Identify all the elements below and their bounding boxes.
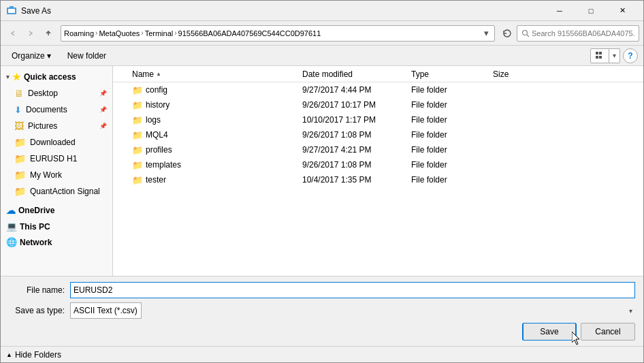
close-button[interactable]: ✕: [607, 1, 638, 21]
col-header-date[interactable]: Date modified: [300, 66, 408, 82]
filename-input[interactable]: [70, 282, 635, 298]
folder-icon: 📁: [132, 175, 143, 185]
quantaction-label: QuantAction Signal: [30, 187, 100, 196]
sidebar-item-mywork[interactable]: 📁 My Work: [1, 167, 112, 183]
file-date-cell: 10/4/2017 1:35 PM: [300, 175, 408, 185]
folder-icon: 📁: [132, 160, 143, 170]
hide-folders-arrow-icon: ▲: [6, 351, 12, 358]
refresh-button[interactable]: [499, 25, 515, 42]
breadcrumb-metaquotes[interactable]: MetaQuotes: [99, 29, 140, 37]
view-button[interactable]: [590, 48, 609, 63]
col-header-type[interactable]: Type: [408, 66, 490, 82]
saveas-row: Save as type: ASCII Text (*.csv) ▾: [9, 302, 635, 319]
documents-label: Documents: [26, 105, 67, 114]
help-button[interactable]: ?: [623, 48, 638, 63]
file-date-cell: 9/27/2017 4:21 PM: [300, 145, 408, 155]
table-row[interactable]: 📁 templates 9/26/2017 1:08 PM File folde…: [113, 157, 643, 172]
minimize-button[interactable]: ─: [544, 1, 575, 21]
sidebar-item-desktop[interactable]: 🖥 Desktop 📌: [1, 85, 112, 101]
cancel-button[interactable]: Cancel: [581, 323, 635, 341]
breadcrumb-terminal[interactable]: Terminal: [145, 29, 174, 37]
file-name-text: logs: [146, 115, 161, 125]
col-header-size[interactable]: Size: [490, 66, 545, 82]
new-folder-button[interactable]: New folder: [62, 50, 112, 62]
sidebar-quick-access-header[interactable]: ▾ ★ Quick access: [1, 69, 112, 85]
sidebar-item-downloaded[interactable]: 📁 Downloaded: [1, 134, 112, 151]
onedrive-icon: ☁: [6, 205, 16, 216]
table-row[interactable]: 📁 tester 10/4/2017 1:35 PM File folder: [113, 172, 643, 187]
search-box[interactable]: [517, 25, 639, 42]
sidebar-network[interactable]: 🌐 Network: [1, 234, 112, 250]
folder-icon: 📁: [132, 85, 143, 95]
file-date-cell: 9/26/2017 1:08 PM: [300, 130, 408, 140]
table-row[interactable]: 📁 logs 10/10/2017 1:17 PM File folder: [113, 112, 643, 127]
documents-icon: ⬇: [14, 105, 22, 115]
maximize-button[interactable]: □: [575, 1, 607, 21]
collapse-icon: ▾: [6, 74, 10, 80]
hide-folders-bar[interactable]: ▲ Hide Folders: [1, 346, 643, 362]
svg-rect-2: [10, 6, 14, 9]
forward-button[interactable]: [22, 25, 39, 42]
svg-rect-1: [8, 9, 15, 13]
breadcrumb-roaming[interactable]: Roaming: [64, 29, 94, 37]
save-as-dialog: Save As ─ □ ✕ Roaming › MetaQuotes › Ter…: [0, 0, 644, 363]
file-list: Name ▲ Date modified Type Size 📁 config: [113, 66, 643, 276]
view-controls: ▾: [590, 48, 620, 63]
pin-icon-pics: 📌: [99, 123, 107, 129]
file-name-cell: 📁 logs: [129, 115, 300, 125]
saveas-select-wrapper: ASCII Text (*.csv) ▾: [70, 302, 635, 319]
sidebar-item-documents[interactable]: ⬇ Documents 📌: [1, 101, 112, 118]
title-bar: Save As ─ □ ✕: [1, 1, 643, 21]
desktop-folder-icon: 🖥: [14, 88, 24, 99]
back-button[interactable]: [5, 25, 21, 42]
saveas-select[interactable]: ASCII Text (*.csv): [70, 302, 142, 319]
svg-rect-7: [596, 56, 598, 59]
table-row[interactable]: 📁 history 9/26/2017 10:17 PM File folder: [113, 97, 643, 112]
breadcrumb: Roaming › MetaQuotes › Terminal › 915566…: [64, 29, 481, 37]
folder-icon: 📁: [132, 130, 143, 140]
thispc-icon: 💻: [6, 221, 17, 232]
sidebar-thispc[interactable]: 💻 This PC: [1, 219, 112, 234]
sidebar-item-eurusd[interactable]: 📁 EURUSD H1: [1, 151, 112, 167]
sidebar-item-pictures[interactable]: 🖼 Pictures 📌: [1, 118, 112, 134]
file-name-text: profiles: [146, 145, 172, 155]
title-bar-controls: ─ □ ✕: [544, 1, 638, 21]
dialog-title: Save As: [21, 6, 544, 16]
main-content: ▾ ★ Quick access 🖥 Desktop 📌 ⬇ Documents…: [1, 66, 643, 276]
saveas-label: Save as type:: [9, 306, 70, 315]
quick-access-star-icon: ★: [12, 72, 21, 82]
quick-access-label: Quick access: [24, 72, 76, 82]
col-header-name[interactable]: Name ▲: [129, 66, 300, 82]
quantaction-folder-icon: 📁: [14, 186, 26, 197]
file-type-cell: File folder: [408, 145, 490, 155]
network-label: Network: [20, 238, 52, 247]
file-name-cell: 📁 tester: [129, 175, 300, 185]
table-row[interactable]: 📁 profiles 9/27/2017 4:21 PM File folder: [113, 142, 643, 157]
file-name-text: tester: [146, 175, 166, 185]
pin-icon: 📌: [99, 90, 107, 97]
pictures-folder-icon: 🖼: [14, 121, 24, 131]
save-button[interactable]: Save: [523, 323, 576, 341]
eurusd-folder-icon: 📁: [14, 153, 26, 164]
file-type-cell: File folder: [408, 130, 490, 140]
pictures-label: Pictures: [28, 121, 57, 131]
folder-icon: 📁: [132, 100, 143, 110]
search-input[interactable]: [532, 29, 634, 37]
file-date-cell: 9/26/2017 10:17 PM: [300, 100, 408, 110]
downloaded-folder-icon: 📁: [14, 137, 26, 148]
select-arrow-icon: ▾: [629, 307, 632, 315]
sidebar-item-quantaction[interactable]: 📁 QuantAction Signal: [1, 183, 112, 200]
view-dropdown-button[interactable]: ▾: [609, 48, 620, 63]
breadcrumb-folder[interactable]: 915566BA06ADA407569C544CC0D97611: [178, 29, 321, 37]
folder-icon: 📁: [132, 115, 143, 125]
thispc-label: This PC: [20, 222, 50, 232]
organize-button[interactable]: Organize ▾: [6, 50, 57, 62]
address-bar[interactable]: Roaming › MetaQuotes › Terminal › 915566…: [61, 25, 495, 42]
address-dropdown-button[interactable]: ▾: [481, 26, 492, 41]
desktop-label: Desktop: [28, 89, 58, 98]
file-type-cell: File folder: [408, 85, 490, 95]
up-button[interactable]: [40, 25, 57, 42]
sidebar-onedrive[interactable]: ☁ OneDrive: [1, 202, 112, 219]
table-row[interactable]: 📁 config 9/27/2017 4:44 PM File folder: [113, 82, 643, 97]
table-row[interactable]: 📁 MQL4 9/26/2017 1:08 PM File folder: [113, 127, 643, 142]
